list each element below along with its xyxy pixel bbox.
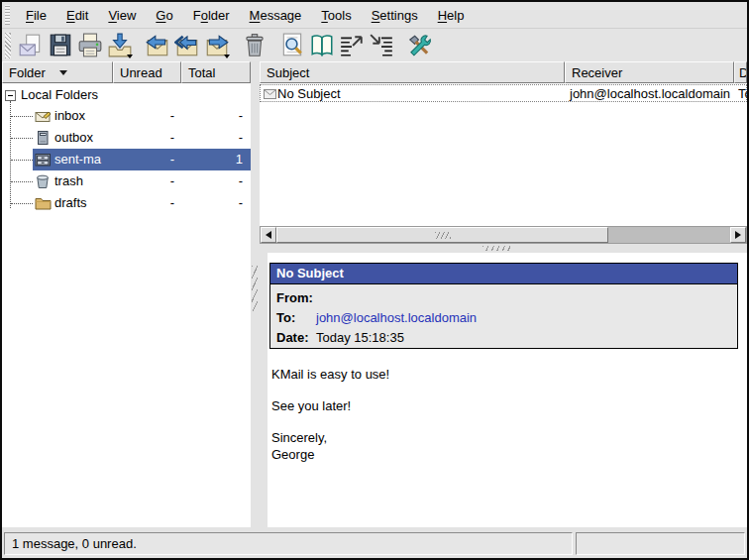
forward-button[interactable] bbox=[202, 31, 232, 60]
unread-column-header[interactable]: Unread bbox=[113, 61, 181, 83]
folder-name: sent-ma bbox=[54, 152, 101, 167]
menu-message-label: Message bbox=[250, 8, 302, 23]
total-column-header[interactable]: Total bbox=[181, 61, 251, 83]
body-signature-line: George bbox=[271, 446, 727, 463]
menu-go[interactable]: Go bbox=[146, 5, 182, 26]
check-mail-button[interactable] bbox=[105, 31, 135, 60]
from-row: From: bbox=[270, 287, 737, 307]
dropdown-caret-icon[interactable] bbox=[127, 55, 133, 58]
menu-message[interactable]: Message bbox=[240, 5, 312, 26]
configure-icon bbox=[406, 33, 432, 58]
menubar-drag-handle[interactable] bbox=[5, 5, 10, 25]
menu-help-label: Help bbox=[438, 8, 465, 23]
statusbar-message-section: 1 message, 0 unread. bbox=[4, 532, 573, 555]
menu-settings[interactable]: Settings bbox=[362, 5, 428, 26]
unread-column-label: Unread bbox=[120, 65, 162, 80]
sort-descending-icon bbox=[59, 70, 67, 75]
statusbar-text: 1 message, 0 unread. bbox=[12, 536, 137, 551]
horizontal-splitter-grip[interactable] bbox=[482, 246, 510, 251]
statusbar: 1 message, 0 unread. bbox=[2, 529, 747, 558]
date-label: Date: bbox=[276, 330, 316, 345]
menu-go-label: Go bbox=[156, 8, 172, 23]
list-arrow-out-button[interactable] bbox=[337, 31, 367, 60]
menu-folder-label: Folder bbox=[193, 8, 230, 23]
tree-line bbox=[11, 160, 33, 161]
configure-button[interactable] bbox=[404, 31, 434, 60]
body-signature-line: Sincerely, bbox=[271, 429, 727, 446]
folder-row-outbox[interactable]: outbox - - bbox=[2, 127, 251, 149]
tree-line bbox=[11, 116, 33, 117]
drafts-folder-icon bbox=[35, 195, 52, 211]
folder-total-count: - bbox=[239, 173, 243, 188]
date-column-header[interactable]: Date bbox=[734, 61, 747, 83]
scroll-right-button[interactable] bbox=[730, 227, 746, 243]
print-button[interactable] bbox=[75, 31, 105, 60]
to-address-link[interactable]: john@localhost.localdomain bbox=[316, 310, 477, 325]
preview-headers-box: From: To: john@localhost.localdomain Dat… bbox=[269, 283, 738, 349]
receiver-column-label: Receiver bbox=[572, 65, 622, 80]
menu-edit-label: Edit bbox=[66, 8, 88, 23]
menu-help[interactable]: Help bbox=[428, 5, 475, 26]
find-button[interactable] bbox=[277, 31, 307, 60]
menu-file[interactable]: File bbox=[16, 5, 56, 26]
menubar: File Edit View Go Folder Message Tools S… bbox=[2, 2, 747, 29]
inbox-icon bbox=[35, 108, 52, 124]
menu-file-label: File bbox=[26, 8, 47, 23]
root-folder-label: Local Folders bbox=[21, 87, 98, 102]
message-subject: No Subject bbox=[277, 86, 341, 101]
menu-tools-label: Tools bbox=[321, 8, 351, 23]
folder-unread-count: - bbox=[170, 108, 174, 123]
reply-button[interactable] bbox=[143, 31, 172, 60]
folder-row-drafts[interactable]: drafts - - bbox=[2, 192, 251, 214]
scrollbar-track[interactable] bbox=[608, 227, 730, 243]
scrollbar-thumb[interactable] bbox=[276, 227, 608, 243]
scrollbar-grip bbox=[435, 232, 451, 239]
message-row[interactable]: No Subject john@localhost.localdomain To… bbox=[260, 84, 747, 102]
to-row: To: john@localhost.localdomain bbox=[270, 307, 737, 327]
toolbar-drag-handle[interactable] bbox=[5, 33, 11, 58]
trash-folder-icon bbox=[35, 173, 52, 189]
address-book-button[interactable] bbox=[307, 31, 337, 60]
collapse-expander-icon[interactable] bbox=[5, 90, 16, 101]
tree-line bbox=[11, 138, 33, 139]
folder-total-count: - bbox=[239, 130, 243, 145]
reply-all-button[interactable] bbox=[172, 31, 202, 60]
menu-settings-label: Settings bbox=[372, 8, 418, 23]
new-message-icon bbox=[18, 33, 44, 58]
scroll-left-button[interactable] bbox=[261, 227, 276, 243]
list-arrow-in-button[interactable] bbox=[367, 31, 396, 60]
dropdown-caret-icon[interactable] bbox=[224, 55, 230, 58]
folder-tree: Local Folders inbox - - outbox - - s bbox=[2, 85, 251, 214]
date-column-label: Date bbox=[739, 65, 747, 80]
sent-mail-icon bbox=[35, 152, 52, 168]
save-button[interactable] bbox=[46, 31, 75, 60]
folder-total-count: - bbox=[239, 108, 243, 123]
vertical-splitter-grip[interactable] bbox=[252, 266, 258, 311]
list-arrow-in-icon bbox=[369, 33, 394, 58]
folder-total-count: - bbox=[239, 195, 243, 210]
menu-edit[interactable]: Edit bbox=[56, 5, 98, 26]
total-column-label: Total bbox=[188, 65, 215, 80]
reply-all-icon bbox=[174, 33, 200, 58]
folder-row-sent-ma[interactable]: sent-ma - 1 bbox=[2, 149, 251, 170]
folder-row-local-folders[interactable]: Local Folders bbox=[2, 85, 251, 105]
new-message-button[interactable] bbox=[16, 31, 46, 60]
subject-column-header[interactable]: Subject bbox=[260, 61, 565, 83]
folder-total-count: 1 bbox=[236, 152, 243, 167]
menu-view[interactable]: View bbox=[98, 5, 146, 26]
folder-pane: Local Folders inbox - - outbox - - s bbox=[2, 83, 251, 527]
folder-column-header[interactable]: Folder bbox=[2, 61, 113, 83]
folder-unread-count: - bbox=[170, 195, 174, 210]
print-icon bbox=[77, 33, 103, 58]
subject-column-label: Subject bbox=[267, 65, 309, 80]
trash-icon bbox=[242, 33, 268, 58]
delete-button[interactable] bbox=[240, 31, 269, 60]
folder-name: drafts bbox=[54, 195, 87, 210]
message-body: KMail is easy to use! See you later! Sin… bbox=[271, 366, 727, 463]
receiver-column-header[interactable]: Receiver bbox=[565, 61, 734, 83]
folder-row-inbox[interactable]: inbox - - bbox=[2, 105, 251, 127]
menu-folder[interactable]: Folder bbox=[183, 5, 240, 26]
menu-tools[interactable]: Tools bbox=[311, 5, 361, 26]
folder-row-trash[interactable]: trash - - bbox=[2, 170, 251, 192]
folder-name: outbox bbox=[54, 130, 93, 145]
